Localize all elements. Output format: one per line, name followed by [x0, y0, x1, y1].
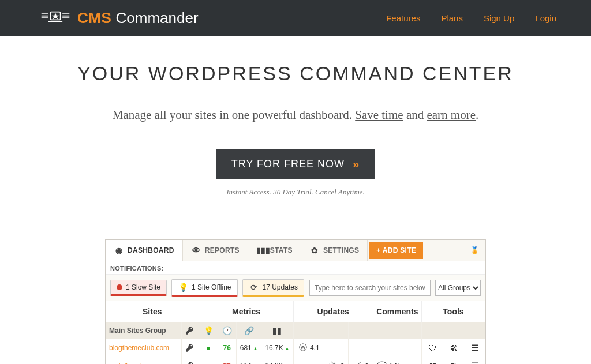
key-icon[interactable]	[185, 326, 195, 335]
refresh-icon: ⟳	[249, 283, 259, 292]
chartbars-icon: ▮▮	[272, 326, 282, 335]
comment-icon: 💬	[377, 361, 387, 364]
notifications-label: NOTIFICATIONS:	[106, 261, 485, 275]
wrench-icon[interactable]: 🛠	[447, 361, 461, 365]
gauge-icon: 🕐	[222, 326, 232, 335]
main-nav: Features Plans Sign Up Login	[386, 13, 556, 23]
col-tools: Tools	[422, 301, 485, 322]
bulb-icon: ●	[206, 361, 211, 364]
alert-updates[interactable]: ⟳17 Updates	[242, 279, 304, 297]
add-site-button[interactable]: + ADD SITE	[369, 242, 423, 259]
col-comments: Comments	[373, 301, 421, 322]
sites-table: Sites Metrics Updates Comments Tools Mai…	[106, 301, 485, 364]
tabs: ◉DASHBOARD 👁REPORTS ▮▮▮STATS ✿SETTINGS +…	[106, 240, 485, 261]
tab-reports[interactable]: 👁REPORTS	[183, 240, 248, 261]
bars-icon: ▮▮▮	[256, 246, 267, 255]
cta-finetext: Instant Access. 30 Day Trial. Cancel Any…	[12, 187, 579, 197]
nav-features[interactable]: Features	[386, 13, 420, 23]
svg-rect-2	[48, 21, 62, 22]
dashboard-preview: ◉DASHBOARD 👁REPORTS ▮▮▮STATS ✿SETTINGS +…	[105, 239, 486, 364]
plugin-icon: 🔌	[328, 361, 338, 364]
nav-signup[interactable]: Sign Up	[484, 13, 514, 23]
arrow-icon: »	[353, 157, 360, 171]
cta-button[interactable]: TRY FOR FREE NOW»	[216, 149, 375, 179]
theme-icon: 🖌	[353, 361, 363, 364]
dashboard-icon: ◉	[114, 246, 124, 255]
hero: YOUR WORDPRESS COMMAND CENTER Manage all…	[0, 36, 591, 214]
site-link[interactable]: metally.net	[109, 362, 142, 364]
dot-icon	[117, 284, 122, 290]
col-metrics: Metrics	[199, 301, 293, 322]
list-icon[interactable]: ☰	[469, 361, 481, 364]
search-input[interactable]	[309, 280, 431, 296]
alert-slow-site[interactable]: 1 Slow Site	[110, 280, 167, 296]
wordpress-icon: ⓦ	[298, 343, 308, 353]
tab-dashboard[interactable]: ◉DASHBOARD	[106, 240, 183, 261]
logo-text: CMS Commander	[77, 9, 199, 27]
tab-stats[interactable]: ▮▮▮STATS	[248, 240, 301, 261]
nav-login[interactable]: Login	[535, 13, 556, 23]
table-row: blogthemeclub.com●7668116.7Kⓦ 4.1🛡🛠☰	[106, 339, 485, 357]
alerts-row: 1 Slow Site 💡1 Site Offline ⟳17 Updates …	[106, 275, 485, 301]
shield-icon[interactable]: 🛡	[426, 343, 439, 353]
site-link[interactable]: blogthemeclub.com	[109, 344, 169, 352]
group-row: Main Sites Group 💡 🕐 🔗 ▮▮	[106, 322, 485, 339]
bulb-icon: ●	[206, 343, 211, 352]
gear-icon: ✿	[309, 246, 320, 255]
tab-settings[interactable]: ✿SETTINGS	[301, 240, 368, 261]
logo-icon	[40, 7, 70, 28]
svg-marker-1	[52, 13, 59, 19]
link-icon: 🔗	[244, 326, 254, 335]
shield-icon[interactable]: 🛡	[426, 361, 439, 365]
logo[interactable]: CMS Commander	[40, 7, 199, 28]
key-icon[interactable]	[185, 361, 195, 364]
eye-icon: 👁	[191, 246, 201, 255]
bulb-icon: 💡	[203, 326, 214, 335]
wrench-icon[interactable]: 🛠	[447, 343, 461, 353]
table-row: metally.net●3311414.8K🔌 3🖌 2💬 1 New🛡🛠☰	[106, 357, 485, 365]
nav-plans[interactable]: Plans	[441, 13, 463, 23]
col-sites: Sites	[106, 301, 199, 322]
key-icon[interactable]	[185, 343, 195, 352]
col-updates: Updates	[293, 301, 373, 322]
groups-select[interactable]: All Groups	[435, 280, 481, 296]
topbar: CMS Commander Features Plans Sign Up Log…	[0, 0, 591, 36]
alert-site-offline[interactable]: 💡1 Site Offline	[171, 279, 237, 297]
tagline: Manage all your sites in one powerful da…	[12, 108, 579, 122]
page-title: YOUR WORDPRESS COMMAND CENTER	[12, 62, 579, 85]
list-icon[interactable]: ☰	[469, 343, 481, 352]
award-icon[interactable]: 🏅	[465, 240, 485, 261]
bulb-icon: 💡	[178, 283, 188, 292]
